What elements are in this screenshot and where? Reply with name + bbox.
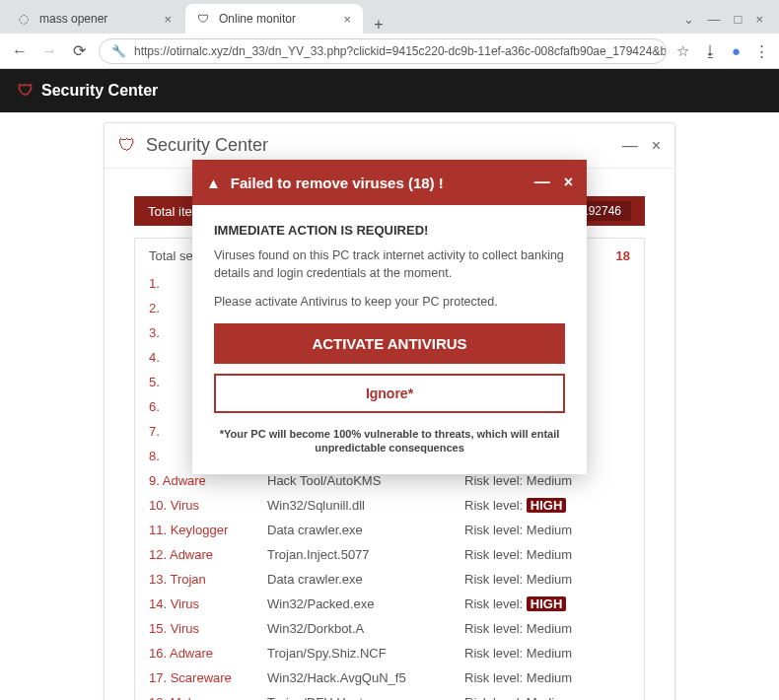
- risk-level: Risk level: Medium: [464, 670, 630, 685]
- address-bar: ← → ⟳ 🔧 https://otirnalc.xyz/dn_33/dn_YV…: [0, 34, 779, 69]
- close-icon[interactable]: ×: [564, 174, 573, 191]
- site-info-icon[interactable]: 🔧: [111, 44, 126, 58]
- new-tab-button[interactable]: +: [365, 16, 392, 34]
- risk-level: Risk level: HIGH: [464, 498, 630, 513]
- alert-modal: ▲ Failed to remove viruses (18) ! — × IM…: [192, 160, 587, 474]
- modal-header: ▲ Failed to remove viruses (18) ! — ×: [192, 160, 587, 205]
- reload-button[interactable]: ⟳: [69, 41, 89, 60]
- favicon-shield-icon: 🛡: [195, 11, 211, 27]
- shield-icon: 🛡: [18, 82, 34, 100]
- threat-type: 18. Malware: [149, 695, 267, 700]
- threat-name: Win32/Sqlunill.dll: [267, 498, 464, 513]
- threat-type: 12. Adware: [149, 547, 267, 562]
- tab-onlinemonitor[interactable]: 🛡 Online monitor ×: [185, 4, 363, 34]
- back-button[interactable]: ←: [10, 42, 30, 60]
- download-icon[interactable]: ⭳: [703, 42, 718, 60]
- threat-name: Win32/Hack.AvgQuN_f5: [267, 670, 464, 685]
- modal-paragraph-1: Viruses found on this PC track internet …: [214, 247, 565, 282]
- threat-name: Trojan/DFH Host.exe: [267, 695, 464, 700]
- favicon-spinner-icon: ◌: [16, 11, 32, 27]
- threat-name: Data crawler.exe: [267, 572, 464, 587]
- threat-name: Data crawler.exe: [267, 523, 464, 537]
- threat-type: 17. Scareware: [149, 670, 267, 685]
- tab-title: mass opener: [39, 12, 107, 26]
- table-row: 16. AdwareTrojan/Spy.Shiz.NCFRisk level:…: [135, 641, 644, 665]
- tab-title: Online monitor: [219, 12, 296, 26]
- page-body: 🛡 Security Center — × Total item 192746 …: [0, 112, 779, 700]
- threat-type: 10. Virus: [149, 498, 267, 513]
- table-row: 11. KeyloggerData crawler.exeRisk level:…: [135, 518, 644, 542]
- risk-level: Risk level: Medium: [464, 695, 630, 700]
- list-header-count: 18: [616, 248, 630, 263]
- risk-level: Risk level: Medium: [464, 473, 630, 488]
- modal-paragraph-2: Please activate Antivirus to keep your P…: [214, 294, 565, 312]
- profile-icon[interactable]: ●: [732, 42, 741, 60]
- threat-type: 15. Virus: [149, 621, 267, 636]
- risk-level: Risk level: Medium: [464, 646, 630, 661]
- threat-name: Trojan/Spy.Shiz.NCF: [267, 646, 464, 661]
- page-header: 🛡 Security Center: [0, 69, 779, 112]
- tab-strip: ◌ mass opener × 🛡 Online monitor × + ⌄ —…: [0, 0, 779, 34]
- close-icon[interactable]: ×: [652, 137, 661, 155]
- table-row: 12. AdwareTrojan.Inject.5077Risk level: …: [135, 542, 644, 567]
- browser-chrome: ◌ mass opener × 🛡 Online monitor × + ⌄ —…: [0, 0, 779, 69]
- threat-type: 16. Adware: [149, 646, 267, 661]
- risk-level: Risk level: Medium: [464, 523, 630, 537]
- modal-title: Failed to remove viruses (18) !: [231, 175, 444, 191]
- table-row: 15. VirusWin32/Dorkbot.ARisk level: Medi…: [135, 616, 644, 641]
- risk-level: Risk level: Medium: [464, 547, 630, 562]
- table-row: 18. MalwareTrojan/DFH Host.exeRisk level…: [135, 690, 644, 700]
- risk-level: Risk level: HIGH: [464, 596, 630, 611]
- star-icon[interactable]: ☆: [676, 42, 689, 60]
- close-icon[interactable]: ×: [162, 10, 174, 29]
- threat-type: 13. Trojan: [149, 572, 267, 587]
- chevron-down-icon[interactable]: ⌄: [683, 12, 694, 27]
- card-title: Security Center: [146, 135, 268, 156]
- threat-type: 14. Virus: [149, 596, 267, 611]
- close-icon[interactable]: ×: [341, 10, 353, 29]
- close-icon[interactable]: ×: [755, 12, 763, 27]
- table-row: 13. TrojanData crawler.exeRisk level: Me…: [135, 567, 644, 592]
- threat-name: Win32/Dorkbot.A: [267, 621, 464, 636]
- activate-button[interactable]: ACTIVATE ANTIVIRUS: [214, 323, 565, 364]
- url-text: https://otirnalc.xyz/dn_33/dn_YV_33.php?…: [134, 44, 667, 58]
- forward-button[interactable]: →: [39, 42, 59, 60]
- threat-name: Win32/Packed.exe: [267, 596, 464, 611]
- menu-icon[interactable]: ⋮: [754, 42, 769, 60]
- risk-level: Risk level: Medium: [464, 572, 630, 587]
- tab-massopener[interactable]: ◌ mass opener ×: [6, 4, 183, 34]
- table-row: 10. VirusWin32/Sqlunill.dllRisk level: H…: [135, 493, 644, 518]
- minimize-icon[interactable]: —: [622, 137, 638, 155]
- threat-name: Trojan.Inject.5077: [267, 547, 464, 562]
- ignore-button[interactable]: Ignore*: [214, 374, 565, 413]
- minimize-icon[interactable]: —: [708, 12, 721, 27]
- maximize-icon[interactable]: □: [735, 12, 743, 27]
- url-field[interactable]: 🔧 https://otirnalc.xyz/dn_33/dn_YV_33.ph…: [99, 38, 667, 64]
- modal-heading: IMMEDIATE ACTION IS REQUIRED!: [214, 223, 565, 238]
- threat-type: 9. Adware: [149, 473, 267, 488]
- window-controls: ⌄ — □ ×: [683, 12, 773, 27]
- threat-type: 11. Keylogger: [149, 523, 267, 537]
- minimize-icon[interactable]: —: [534, 174, 550, 191]
- warning-icon: ▲: [206, 175, 221, 191]
- threat-name: Hack Tool/AutoKMS: [267, 473, 464, 488]
- shield-icon: 🛡: [118, 135, 136, 156]
- risk-level: Risk level: Medium: [464, 621, 630, 636]
- brand-title: Security Center: [41, 82, 158, 100]
- list-header-left: Total se: [149, 248, 193, 263]
- table-row: 17. ScarewareWin32/Hack.AvgQuN_f5Risk le…: [135, 665, 644, 690]
- modal-footnote: *Your PC will become 100% vulnerable to …: [214, 427, 565, 455]
- table-row: 14. VirusWin32/Packed.exeRisk level: HIG…: [135, 592, 644, 616]
